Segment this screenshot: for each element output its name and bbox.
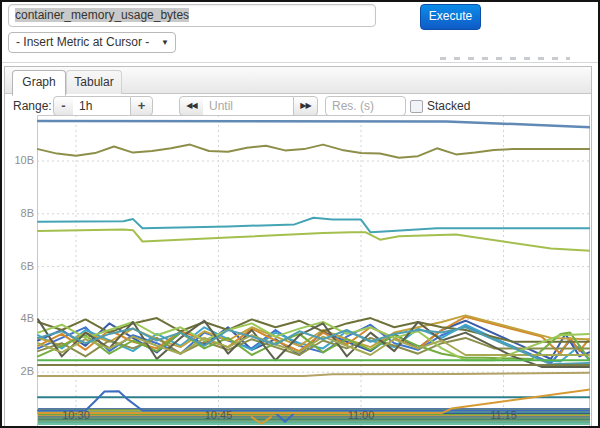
tab-tabular[interactable]: Tabular xyxy=(66,70,122,94)
y-tick-label: 4B xyxy=(6,312,34,324)
y-tick-label: 10B xyxy=(6,154,34,166)
x-tick-label: 11:15 xyxy=(482,409,526,421)
series-green-7B xyxy=(38,230,590,251)
metric-dropdown[interactable]: - Insert Metric at Cursor - ▼ xyxy=(8,32,176,53)
x-tick-label: 11:00 xyxy=(339,409,383,421)
caret-down-icon: ▼ xyxy=(161,33,169,52)
clipped-text-fragment xyxy=(440,57,570,60)
execute-button[interactable]: Execute xyxy=(420,4,481,30)
y-tick-label: 6B xyxy=(6,260,34,272)
y-tick-label: 8B xyxy=(6,207,34,219)
range-label: Range: xyxy=(13,99,52,113)
forward-button[interactable]: ▶▶ xyxy=(293,96,318,116)
until-input[interactable] xyxy=(203,96,293,116)
metric-dropdown-label: - Insert Metric at Cursor - xyxy=(16,35,149,49)
x-tick-label: 10:45 xyxy=(197,409,241,421)
rewind-button[interactable]: ◀◀ xyxy=(179,96,204,116)
forward-icon: ▶▶ xyxy=(300,101,310,110)
range-decrease-button[interactable]: - xyxy=(53,96,74,116)
divider xyxy=(2,62,598,63)
query-input[interactable]: container_memory_usage_bytes xyxy=(8,4,376,27)
tab-bar: Graph Tabular xyxy=(5,67,591,94)
range-input[interactable] xyxy=(73,96,130,116)
x-tick-label: 10:30 xyxy=(54,409,98,421)
series-tan-1.9B xyxy=(38,373,590,376)
rewind-icon: ◀◀ xyxy=(186,101,196,110)
stacked-checkbox[interactable] xyxy=(410,100,423,113)
tab-graph[interactable]: Graph xyxy=(12,70,66,96)
series-olive-10.4B xyxy=(38,145,590,158)
resolution-input[interactable] xyxy=(325,96,406,116)
query-text: container_memory_usage_bytes xyxy=(15,8,189,22)
stacked-label: Stacked xyxy=(427,99,470,113)
range-increase-button[interactable]: + xyxy=(130,96,153,116)
series-blue-11.5B xyxy=(38,121,590,127)
y-tick-label: 2B xyxy=(6,365,34,377)
chart-svg[interactable] xyxy=(37,115,590,426)
